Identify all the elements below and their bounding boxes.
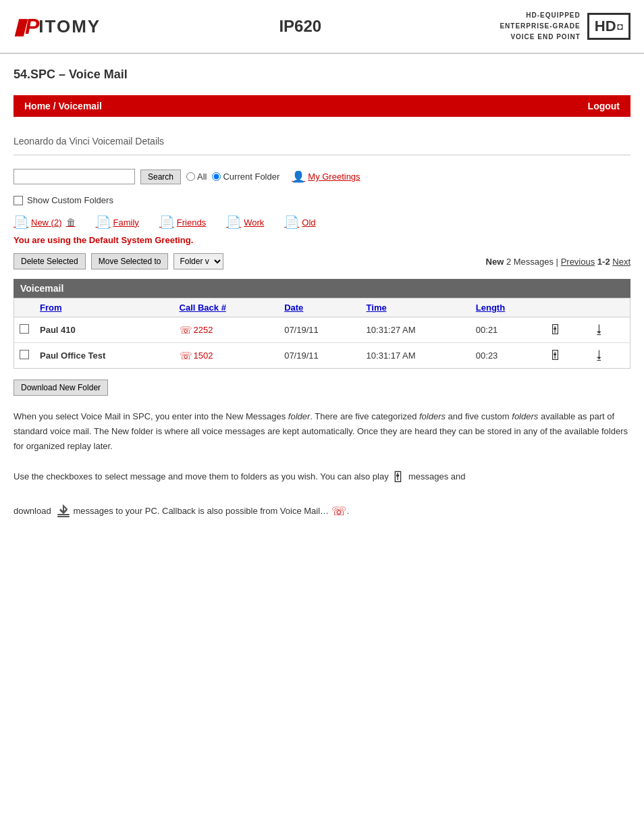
page-header: ▮PITOMY IP620 HD-EQUIPPED ENTERPRISE-GRA… — [0, 0, 644, 54]
folder-family[interactable]: 📄 Family — [96, 215, 139, 230]
folder-new-icon: 📄 — [14, 215, 28, 230]
nav-home-label: Home / Voicemail — [24, 101, 102, 111]
signal-icon: ◘ — [618, 21, 623, 32]
desc-para2: Use the checkboxes to select message and… — [14, 465, 630, 490]
logo-itomy: ITOMY — [38, 16, 101, 37]
folder-work[interactable]: 📄 Work — [226, 215, 264, 230]
row-time-1: 10:31:17 AM — [361, 343, 471, 369]
move-selected-button[interactable]: Move Selected to — [91, 253, 169, 269]
header-right: HD-EQUIPPED ENTERPRISE-GRADE VOICE END P… — [500, 10, 630, 43]
row-length-1: 00:23 — [471, 343, 543, 369]
col-play — [543, 298, 588, 317]
system-greeting: You are using the Default System Greetin… — [14, 235, 630, 245]
folder-family-icon: 📄 — [96, 215, 111, 230]
my-greetings-link[interactable]: 👤 My Greetings — [292, 170, 360, 183]
folder-old-icon: 📄 — [284, 215, 299, 230]
callback-icon-inline: ☏ — [331, 501, 347, 522]
row-date-0: 07/19/11 — [279, 317, 360, 343]
model-name: IP620 — [279, 17, 321, 36]
custom-folders-row: Show Custom Folders — [14, 195, 630, 205]
folder-tabs: 📄 New (2) 🗑 📄 Family 📄 Friends 📄 Work 📄 … — [14, 215, 630, 230]
col-length[interactable]: Length — [471, 298, 543, 317]
col-callback[interactable]: Call Back # — [174, 298, 279, 317]
download-icon-inline — [56, 504, 71, 518]
page-title: 54.SPC – Voice Mail — [0, 54, 644, 88]
search-row: Search All Current Folder 👤 My Greetings — [14, 169, 630, 184]
table-row: Paul Office Test ☏ 1502 07/19/11 10:31:1… — [14, 343, 630, 369]
folder-work-icon: 📄 — [226, 215, 241, 230]
row-play-0[interactable]: 🎚 — [543, 317, 588, 343]
greetings-icon: 👤 — [292, 170, 305, 183]
row-checkbox-1[interactable] — [20, 350, 29, 359]
row-callback-1[interactable]: ☏ 1502 — [174, 343, 279, 369]
search-button[interactable]: Search — [140, 170, 181, 184]
logo-ip: ▮P — [14, 14, 38, 39]
table-row: Paul 410 ☏ 2252 07/19/11 10:31:27 AM 00:… — [14, 317, 630, 343]
folder-friends[interactable]: 📄 Friends — [159, 215, 206, 230]
custom-folders-label: Show Custom Folders — [27, 195, 113, 205]
row-date-1: 07/19/11 — [279, 343, 360, 369]
radio-current[interactable] — [212, 172, 221, 181]
desc-para3: download messages to your PC. Callback i… — [14, 501, 630, 522]
radio-all-label[interactable]: All — [186, 172, 207, 182]
row-from-1: Paul Office Test — [34, 343, 174, 369]
row-download-0[interactable]: ⭳ — [588, 317, 630, 343]
radio-all[interactable] — [186, 172, 195, 181]
custom-folders-checkbox[interactable] — [14, 196, 23, 205]
play-icon-inline: 🎚 — [391, 465, 406, 490]
folder-new[interactable]: 📄 New (2) 🗑 — [14, 215, 76, 230]
pagination-new-label: New — [486, 257, 504, 267]
voicemail-table: From Call Back # Date Time Length Paul 4… — [14, 298, 630, 369]
main-content: Leonardo da Vinci Voicemail Details Sear… — [0, 124, 644, 539]
delete-selected-button[interactable]: Delete Selected — [14, 253, 86, 269]
pagination: New 2 Messages | Previous 1-2 Next — [486, 257, 630, 267]
download-button-icon[interactable]: ⭳ — [593, 323, 606, 336]
row-download-1[interactable]: ⭳ — [588, 343, 630, 369]
download-new-folder-button[interactable]: Download New Folder — [14, 380, 108, 396]
col-checkbox — [14, 298, 35, 317]
col-time[interactable]: Time — [361, 298, 471, 317]
col-date[interactable]: Date — [279, 298, 360, 317]
row-time-0: 10:31:27 AM — [361, 317, 471, 343]
row-length-0: 00:21 — [471, 317, 543, 343]
hd-badge: HD◘ — [587, 13, 630, 40]
trash-icon[interactable]: 🗑 — [66, 217, 76, 228]
logo: ▮PITOMY — [14, 14, 101, 39]
download-svg — [56, 504, 71, 518]
row-play-1[interactable]: 🎚 — [543, 343, 588, 369]
voicemail-section: Voicemail From Call Back # Date Time Len… — [14, 279, 630, 369]
svg-rect-0 — [57, 514, 70, 515]
row-from-0: Paul 410 — [34, 317, 174, 343]
user-details: Leonardo da Vinci Voicemail Details — [14, 130, 630, 155]
play-button-icon[interactable]: 🎚 — [549, 322, 562, 337]
col-from[interactable]: From — [34, 298, 174, 317]
desc-para1: When you select Voice Mail in SPC, you e… — [14, 409, 630, 454]
folder-select[interactable]: Folder v — [173, 253, 223, 269]
logout-button[interactable]: Logout — [588, 101, 620, 111]
row-checkbox-0[interactable] — [20, 324, 29, 334]
svg-rect-1 — [57, 516, 70, 517]
radio-current-label[interactable]: Current Folder — [212, 172, 279, 182]
folder-old[interactable]: 📄 Old — [284, 215, 315, 230]
row-callback-0[interactable]: ☏ 2252 — [174, 317, 279, 343]
phone-icon: ☏ — [180, 324, 192, 336]
col-download — [588, 298, 630, 317]
phone-icon: ☏ — [180, 350, 192, 362]
download-button-icon[interactable]: ⭳ — [593, 348, 606, 362]
description: When you select Voice Mail in SPC, you e… — [14, 409, 630, 521]
header-desc: HD-EQUIPPED ENTERPRISE-GRADE VOICE END P… — [500, 10, 580, 43]
folder-friends-icon: 📄 — [159, 215, 174, 230]
voicemail-header: Voicemail — [14, 279, 630, 298]
nav-bar: Home / Voicemail Logout — [14, 95, 630, 117]
action-bar: Delete Selected Move Selected to Folder … — [14, 253, 630, 269]
search-input[interactable] — [14, 169, 135, 184]
play-button-icon[interactable]: 🎚 — [549, 348, 562, 363]
